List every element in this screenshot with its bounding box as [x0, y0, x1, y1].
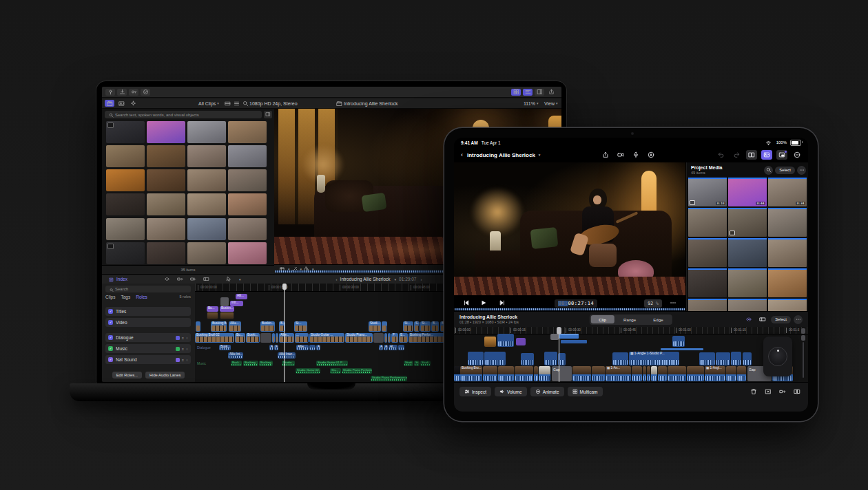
browser-thumbnail[interactable] — [187, 145, 226, 167]
browser-thumbnail[interactable] — [147, 193, 185, 215]
timeline-clip[interactable] — [276, 333, 278, 343]
timeline-clip[interactable] — [498, 366, 514, 381]
browser-thumbnail[interactable] — [106, 121, 145, 143]
split-icon[interactable] — [792, 387, 803, 396]
timeline-clip[interactable]: Bu... — [235, 333, 245, 343]
timeline-clip[interactable] — [550, 334, 559, 340]
timeline-clip[interactable]: ... — [295, 333, 309, 343]
role-row-video[interactable]: ✓Video — [105, 318, 191, 327]
gap-clip[interactable]: Gap — [552, 366, 572, 381]
multicam-button[interactable]: Multicam — [568, 387, 603, 396]
mode-edge[interactable]: Edge — [645, 315, 671, 323]
timeline-clip[interactable] — [668, 366, 686, 381]
browser-thumbnail[interactable] — [147, 218, 185, 240]
browser-toggle-button[interactable] — [511, 89, 521, 96]
list-view-icon[interactable] — [234, 100, 240, 107]
browser-thumbnail[interactable] — [147, 121, 185, 143]
timeline-clip[interactable]: Busk... — [219, 345, 231, 350]
connect-edit-icon[interactable] — [164, 276, 170, 282]
timeline-clip[interactable] — [544, 352, 557, 365]
browser-search-field[interactable]: Search text, spoken words, and visual ob… — [105, 111, 262, 118]
media-browser-icon[interactable] — [761, 150, 772, 160]
media-thumbnail[interactable]: 0:34 — [768, 178, 807, 206]
role-focus-icon[interactable]: ○ — [186, 336, 188, 340]
ipad-timeline[interactable]: 00:00:0000:00:1500:00:3000:00:4500:01:00… — [454, 327, 808, 382]
connect-clip-icon[interactable] — [743, 315, 754, 324]
timeline-clip[interactable] — [497, 334, 514, 347]
jog-wheel[interactable] — [763, 337, 792, 376]
timeline-clip[interactable] — [398, 345, 404, 350]
volume-button[interactable]: Volume — [495, 387, 527, 396]
mic-icon[interactable] — [630, 150, 641, 160]
redo-icon[interactable] — [731, 150, 742, 160]
media-more-button[interactable] — [797, 166, 806, 175]
timeline-clip[interactable]: Intr... — [230, 301, 243, 306]
timeline-clip[interactable]: Studi... — [420, 361, 431, 366]
locator-icon[interactable] — [105, 89, 115, 96]
timeline-clip[interactable]: Allie... — [296, 345, 309, 350]
titles-generators-icon[interactable] — [128, 100, 138, 107]
photos-audio-sidebar-icon[interactable] — [116, 100, 126, 107]
timeline-clip[interactable]: Busk... — [231, 361, 242, 366]
viewer-view-dropdown[interactable]: View▾ — [544, 98, 558, 108]
timeline-clip[interactable]: Studio Guitar 01 P... — [316, 361, 348, 366]
timeline-clip[interactable] — [534, 366, 538, 381]
role-checkbox[interactable]: ✓ — [108, 320, 113, 325]
skip-forward-icon[interactable] — [497, 299, 508, 308]
role-lanes-icon[interactable]: ≡ — [182, 358, 184, 362]
timeline-clip[interactable] — [207, 312, 218, 319]
back-chevron-icon[interactable]: ‹ — [461, 151, 463, 158]
browser-thumbnail[interactable] — [106, 193, 145, 215]
timeline-clip[interactable] — [561, 340, 587, 343]
browser-thumbnail[interactable] — [106, 145, 145, 167]
ipad-playhead[interactable] — [559, 327, 559, 382]
media-thumbnail[interactable] — [768, 208, 807, 237]
timeline-clip[interactable]: ▦ 1-Angle 1-Studio P... — [629, 352, 679, 365]
timeline-clip[interactable] — [651, 366, 657, 381]
timeline-clip[interactable] — [661, 348, 703, 350]
browser-thumbnail[interactable] — [228, 193, 267, 215]
timeline-clip[interactable] — [737, 366, 746, 381]
animate-button[interactable]: Animate — [530, 387, 564, 396]
libraries-sidebar-icon[interactable] — [105, 100, 114, 107]
blade-icon[interactable] — [763, 387, 774, 396]
browser-thumbnail[interactable] — [187, 242, 226, 264]
media-thumbnail[interactable] — [688, 238, 727, 267]
media-thumbnail[interactable] — [688, 208, 727, 237]
media-thumbnail[interactable] — [768, 299, 807, 311]
timeline-clip[interactable] — [484, 337, 496, 347]
timeline-clip[interactable] — [382, 321, 387, 332]
role-focus-icon[interactable]: ○ — [186, 358, 188, 362]
import-icon[interactable] — [117, 89, 127, 96]
background-tasks-icon[interactable] — [141, 89, 150, 96]
index-tab-clips[interactable]: Clips — [105, 295, 115, 299]
browser-search-icon[interactable] — [242, 100, 249, 107]
timeline-clip[interactable] — [731, 352, 741, 365]
timeline-clip[interactable] — [572, 366, 591, 381]
keywords-icon[interactable] — [129, 89, 138, 96]
timeline-clip[interactable]: Alli... — [236, 294, 247, 299]
timeline-more-button[interactable] — [794, 315, 803, 324]
timeline-clip[interactable]: Stu... — [330, 368, 341, 374]
timeline-clip[interactable] — [468, 352, 484, 365]
timeline-clip[interactable]: ▦ 1-An... — [606, 366, 631, 381]
timeline-clip[interactable]: ▦ 1-Angl... — [705, 366, 725, 381]
timeline-clip[interactable]: Allie... — [279, 333, 294, 343]
timeline-clip[interactable]: Buski... — [246, 333, 260, 343]
timeline-clip[interactable] — [672, 336, 685, 347]
project-title-menu[interactable]: Introducing Allie Sherlock▾ — [467, 152, 540, 158]
timeline-clip[interactable] — [658, 366, 667, 381]
media-thumbnail[interactable] — [768, 238, 807, 267]
role-row-nat-sound[interactable]: ✓Nat Sound≡○ — [105, 355, 191, 364]
play-button[interactable] — [477, 299, 491, 308]
timeline-clip[interactable] — [484, 352, 506, 365]
timeline-clip[interactable]: St... — [294, 321, 307, 332]
role-row-music[interactable]: ✓Music≡○ — [105, 344, 191, 353]
clip-filter-dropdown[interactable]: All Clips▾ — [198, 98, 219, 108]
gap-clip[interactable] — [260, 333, 271, 343]
timeline-clip[interactable]: Studio Piano... — [345, 333, 373, 343]
index-button[interactable]: Index — [107, 275, 127, 284]
timeline-clip[interactable]: Allie Int... — [228, 352, 243, 359]
role-checkbox[interactable]: ✓ — [108, 335, 113, 340]
index-tab-roles[interactable]: Roles — [136, 295, 147, 299]
